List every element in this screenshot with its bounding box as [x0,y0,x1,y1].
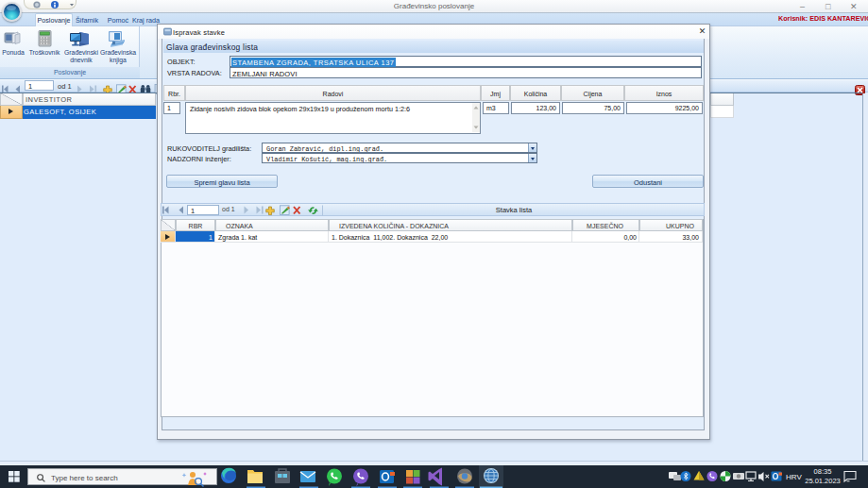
svg-text:25.01.2023: 25.01.2023 [805,477,841,485]
svg-text:08:35: 08:35 [814,467,832,476]
svg-text:HRV: HRV [786,473,802,481]
